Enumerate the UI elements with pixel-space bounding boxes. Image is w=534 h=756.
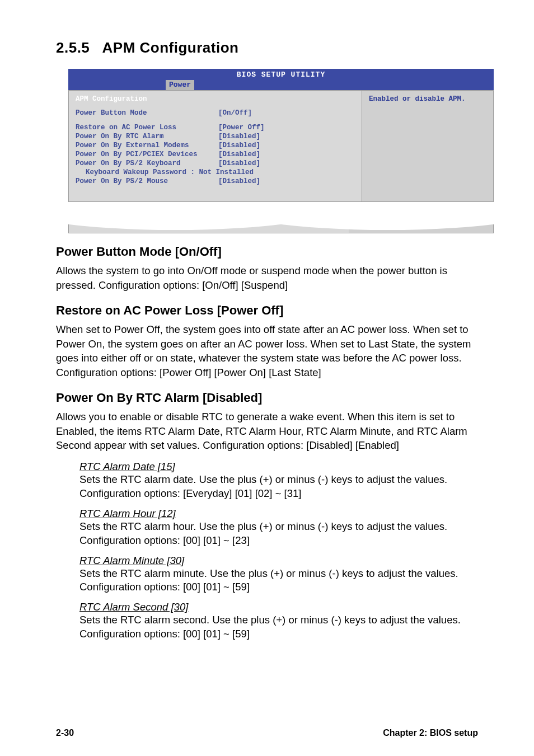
bios-title: BIOS SETUP UTILITY [237, 71, 325, 79]
bios-row-value: [Disabled] [218, 150, 260, 159]
page-footer: 2-30 Chapter 2: BIOS setup [56, 728, 478, 738]
bios-help-pane: Enabled or disable APM. [362, 91, 493, 201]
sub-item: RTC Alarm Second [30] Sets the RTC alarm… [79, 601, 478, 641]
bios-row: Power Button Mode [On/Off] [76, 109, 355, 118]
bios-title-bar: BIOS SETUP UTILITY [68, 69, 494, 80]
sub-item-body: Sets the RTC alarm minute. Use the plus … [79, 567, 478, 595]
bios-row-label: Power On By PS/2 Keyboard [76, 159, 218, 168]
bios-panel-header: APM Configuration [76, 95, 355, 103]
bios-tab-row: Power [68, 80, 494, 90]
bios-row-value: [Disabled] [218, 159, 260, 168]
bios-row-value: [Power Off] [218, 123, 265, 132]
item-heading: Power On By RTC Alarm [Disabled] [56, 391, 478, 405]
item-body: When set to Power Off, the system goes i… [56, 322, 478, 379]
bios-row-label: Restore on AC Power Loss [76, 123, 218, 132]
bios-row-label: Power On By PCI/PCIEX Devices [76, 150, 218, 159]
bios-row-value: [On/Off] [218, 109, 252, 118]
section-number: 2.5.5 [56, 39, 90, 56]
bios-help-text: Enabled or disable APM. [369, 95, 466, 103]
chapter-label: Chapter 2: BIOS setup [383, 728, 478, 738]
bios-row: Power On By PS/2 Mouse [Disabled] [76, 177, 355, 186]
item-body: Allows you to enable or disable RTC to g… [56, 410, 478, 453]
page-number: 2-30 [56, 728, 74, 738]
bios-row: Keyboard Wakeup Password : Not Installed [76, 168, 355, 177]
bios-row-label: Power On By PS/2 Mouse [76, 177, 218, 186]
sub-item-body: Sets the RTC alarm second. Use the plus … [79, 613, 478, 641]
bios-row: Restore on AC Power Loss [Power Off] [76, 123, 355, 132]
bios-active-tab: Power [166, 80, 194, 90]
bios-left-pane: APM Configuration Power Button Mode [On/… [69, 91, 362, 201]
bios-row: Power On By External Modems [Disabled] [76, 141, 355, 150]
sub-item: RTC Alarm Date [15] Sets the RTC alarm d… [79, 461, 478, 501]
bios-torn-edge [68, 224, 494, 233]
bios-row-label: Power On By External Modems [76, 141, 218, 150]
bios-row-label: Power On By RTC Alarm [76, 132, 218, 141]
bios-row-value: [Disabled] [218, 132, 260, 141]
sub-item-title: RTC Alarm Hour [12] [79, 508, 478, 520]
bios-content: APM Configuration Power Button Mode [On/… [68, 90, 494, 202]
sub-item-title: RTC Alarm Minute [30] [79, 555, 478, 567]
bios-row: Power On By PCI/PCIEX Devices [Disabled] [76, 150, 355, 159]
sub-item: RTC Alarm Minute [30] Sets the RTC alarm… [79, 555, 478, 595]
bios-row-label: Power Button Mode [76, 109, 218, 118]
bios-row-value: [Disabled] [218, 141, 260, 150]
bios-screenshot: BIOS SETUP UTILITY Power APM Configurati… [68, 69, 494, 202]
sub-item-body: Sets the RTC alarm date. Use the plus (+… [79, 473, 478, 501]
sub-item-title: RTC Alarm Date [15] [79, 461, 478, 473]
bios-row: Power On By PS/2 Keyboard [Disabled] [76, 159, 355, 168]
sub-item: RTC Alarm Hour [12] Sets the RTC alarm h… [79, 508, 478, 548]
item-heading: Power Button Mode [On/Off] [56, 245, 478, 259]
bios-row-label: Keyboard Wakeup Password : Not Installed [76, 168, 355, 177]
sub-item-title: RTC Alarm Second [30] [79, 601, 478, 613]
section-title-text: APM Configuration [102, 39, 239, 56]
item-body: Allows the system to go into On/Off mode… [56, 264, 478, 292]
item-heading: Restore on AC Power Loss [Power Off] [56, 303, 478, 318]
sub-item-body: Sets the RTC alarm hour. Use the plus (+… [79, 520, 478, 548]
section-heading: 2.5.5 APM Configuration [56, 39, 478, 57]
bios-row: Power On By RTC Alarm [Disabled] [76, 132, 355, 141]
bios-row-value: [Disabled] [218, 177, 260, 186]
